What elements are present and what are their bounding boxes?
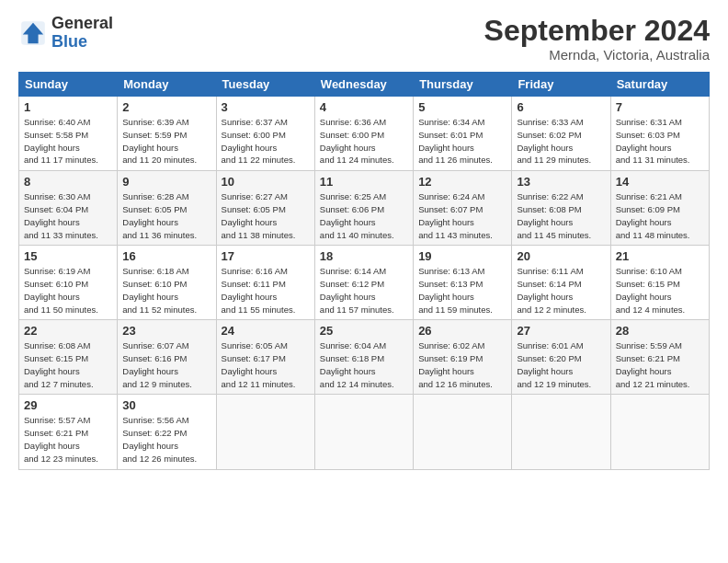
calendar: Sunday Monday Tuesday Wednesday Thursday… <box>18 72 710 469</box>
table-row: 21 Sunrise: 6:10 AM Sunset: 6:15 PM Dayl… <box>610 246 709 320</box>
day-info: Sunrise: 6:16 AM Sunset: 6:11 PM Dayligh… <box>222 265 310 316</box>
day-info: Sunrise: 6:30 AM Sunset: 6:04 PM Dayligh… <box>24 190 112 241</box>
day-number: 4 <box>320 100 408 114</box>
day-info: Sunrise: 5:57 AM Sunset: 6:21 PM Dayligh… <box>24 414 112 465</box>
day-number: 23 <box>122 324 210 338</box>
table-row: 13 Sunrise: 6:22 AM Sunset: 6:08 PM Dayl… <box>512 171 610 246</box>
day-number: 28 <box>616 324 704 338</box>
table-row: 5 Sunrise: 6:34 AM Sunset: 6:01 PM Dayli… <box>414 97 512 171</box>
day-number: 24 <box>222 324 310 338</box>
month-title: September 2024 <box>484 15 710 47</box>
table-row: 19 Sunrise: 6:13 AM Sunset: 6:13 PM Dayl… <box>414 246 512 320</box>
day-number: 5 <box>418 100 506 114</box>
logo-general-text: General <box>51 15 113 33</box>
table-row: 29 Sunrise: 5:57 AM Sunset: 6:21 PM Dayl… <box>19 395 118 469</box>
table-row: 4 Sunrise: 6:36 AM Sunset: 6:00 PM Dayli… <box>314 97 413 171</box>
table-row: 20 Sunrise: 6:11 AM Sunset: 6:14 PM Dayl… <box>512 246 610 320</box>
logo-icon <box>18 18 48 48</box>
table-row: 30 Sunrise: 5:56 AM Sunset: 6:22 PM Dayl… <box>118 395 216 469</box>
location-title: Mernda, Victoria, Australia <box>484 47 710 63</box>
day-number: 18 <box>320 249 408 263</box>
col-monday: Monday <box>118 73 216 97</box>
logo-text: General Blue <box>51 15 113 52</box>
table-row: 27 Sunrise: 6:01 AM Sunset: 6:20 PM Dayl… <box>512 320 610 395</box>
day-number: 11 <box>320 175 408 189</box>
logo: General Blue <box>18 15 113 52</box>
day-info: Sunrise: 6:40 AM Sunset: 5:58 PM Dayligh… <box>24 116 112 167</box>
day-info: Sunrise: 6:05 AM Sunset: 6:17 PM Dayligh… <box>222 339 310 390</box>
day-info: Sunrise: 6:31 AM Sunset: 6:03 PM Dayligh… <box>616 116 704 167</box>
day-number: 9 <box>122 175 210 189</box>
table-row: 12 Sunrise: 6:24 AM Sunset: 6:07 PM Dayl… <box>414 171 512 246</box>
day-number: 25 <box>320 324 408 338</box>
table-row: 7 Sunrise: 6:31 AM Sunset: 6:03 PM Dayli… <box>610 97 709 171</box>
table-row <box>610 395 709 469</box>
day-number: 30 <box>122 398 210 412</box>
day-info: Sunrise: 6:34 AM Sunset: 6:01 PM Dayligh… <box>418 116 506 167</box>
day-info: Sunrise: 6:08 AM Sunset: 6:15 PM Dayligh… <box>24 339 112 390</box>
day-info: Sunrise: 5:56 AM Sunset: 6:22 PM Dayligh… <box>122 414 210 465</box>
title-block: September 2024 Mernda, Victoria, Austral… <box>484 15 710 63</box>
table-row: 1 Sunrise: 6:40 AM Sunset: 5:58 PM Dayli… <box>19 97 118 171</box>
day-info: Sunrise: 6:02 AM Sunset: 6:19 PM Dayligh… <box>418 339 506 390</box>
day-number: 14 <box>616 175 704 189</box>
day-number: 19 <box>418 249 506 263</box>
col-sunday: Sunday <box>19 73 118 97</box>
day-info: Sunrise: 6:01 AM Sunset: 6:20 PM Dayligh… <box>517 339 605 390</box>
calendar-header-row: Sunday Monday Tuesday Wednesday Thursday… <box>19 73 710 97</box>
logo-blue-text: Blue <box>51 33 113 52</box>
day-info: Sunrise: 6:11 AM Sunset: 6:14 PM Dayligh… <box>517 265 605 316</box>
day-info: Sunrise: 6:18 AM Sunset: 6:10 PM Dayligh… <box>122 265 210 316</box>
day-number: 16 <box>122 249 210 263</box>
day-number: 20 <box>517 249 605 263</box>
table-row: 14 Sunrise: 6:21 AM Sunset: 6:09 PM Dayl… <box>610 171 709 246</box>
col-wednesday: Wednesday <box>314 73 413 97</box>
header: General Blue September 2024 Mernda, Vict… <box>18 15 710 63</box>
col-thursday: Thursday <box>414 73 512 97</box>
day-number: 17 <box>222 249 310 263</box>
day-number: 29 <box>24 398 112 412</box>
day-number: 12 <box>418 175 506 189</box>
day-info: Sunrise: 6:37 AM Sunset: 6:00 PM Dayligh… <box>222 116 310 167</box>
table-row: 24 Sunrise: 6:05 AM Sunset: 6:17 PM Dayl… <box>216 320 314 395</box>
table-row <box>512 395 610 469</box>
day-info: Sunrise: 6:36 AM Sunset: 6:00 PM Dayligh… <box>320 116 408 167</box>
table-row: 18 Sunrise: 6:14 AM Sunset: 6:12 PM Dayl… <box>314 246 413 320</box>
day-number: 13 <box>517 175 605 189</box>
day-info: Sunrise: 6:13 AM Sunset: 6:13 PM Dayligh… <box>418 265 506 316</box>
day-number: 27 <box>517 324 605 338</box>
table-row: 9 Sunrise: 6:28 AM Sunset: 6:05 PM Dayli… <box>118 171 216 246</box>
day-number: 8 <box>24 175 112 189</box>
table-row: 10 Sunrise: 6:27 AM Sunset: 6:05 PM Dayl… <box>216 171 314 246</box>
table-row: 15 Sunrise: 6:19 AM Sunset: 6:10 PM Dayl… <box>19 246 118 320</box>
day-info: Sunrise: 6:21 AM Sunset: 6:09 PM Dayligh… <box>616 190 704 241</box>
day-number: 21 <box>616 249 704 263</box>
day-number: 7 <box>616 100 704 114</box>
day-info: Sunrise: 6:10 AM Sunset: 6:15 PM Dayligh… <box>616 265 704 316</box>
day-info: Sunrise: 6:07 AM Sunset: 6:16 PM Dayligh… <box>122 339 210 390</box>
table-row: 26 Sunrise: 6:02 AM Sunset: 6:19 PM Dayl… <box>414 320 512 395</box>
day-info: Sunrise: 6:04 AM Sunset: 6:18 PM Dayligh… <box>320 339 408 390</box>
day-number: 22 <box>24 324 112 338</box>
day-info: Sunrise: 5:59 AM Sunset: 6:21 PM Dayligh… <box>616 339 704 390</box>
table-row: 6 Sunrise: 6:33 AM Sunset: 6:02 PM Dayli… <box>512 97 610 171</box>
day-info: Sunrise: 6:22 AM Sunset: 6:08 PM Dayligh… <box>517 190 605 241</box>
page: General Blue September 2024 Mernda, Vict… <box>0 0 728 563</box>
table-row: 2 Sunrise: 6:39 AM Sunset: 5:59 PM Dayli… <box>118 97 216 171</box>
day-info: Sunrise: 6:28 AM Sunset: 6:05 PM Dayligh… <box>122 190 210 241</box>
table-row: 28 Sunrise: 5:59 AM Sunset: 6:21 PM Dayl… <box>610 320 709 395</box>
table-row <box>216 395 314 469</box>
table-row: 8 Sunrise: 6:30 AM Sunset: 6:04 PM Dayli… <box>19 171 118 246</box>
day-number: 3 <box>222 100 310 114</box>
table-row: 3 Sunrise: 6:37 AM Sunset: 6:00 PM Dayli… <box>216 97 314 171</box>
day-number: 6 <box>517 100 605 114</box>
table-row: 17 Sunrise: 6:16 AM Sunset: 6:11 PM Dayl… <box>216 246 314 320</box>
col-tuesday: Tuesday <box>216 73 314 97</box>
day-number: 2 <box>122 100 210 114</box>
day-number: 26 <box>418 324 506 338</box>
table-row: 16 Sunrise: 6:18 AM Sunset: 6:10 PM Dayl… <box>118 246 216 320</box>
table-row: 22 Sunrise: 6:08 AM Sunset: 6:15 PM Dayl… <box>19 320 118 395</box>
day-info: Sunrise: 6:33 AM Sunset: 6:02 PM Dayligh… <box>517 116 605 167</box>
table-row: 11 Sunrise: 6:25 AM Sunset: 6:06 PM Dayl… <box>314 171 413 246</box>
table-row <box>414 395 512 469</box>
